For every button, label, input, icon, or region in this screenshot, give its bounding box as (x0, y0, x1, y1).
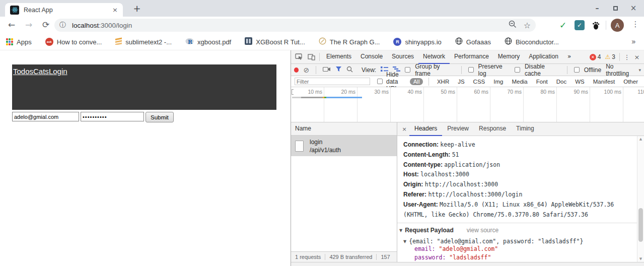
offline-checkbox[interactable] (574, 67, 580, 73)
bookmark-item[interactable]: Bioconductor... (505, 37, 559, 46)
site-info-icon[interactable]: ⓘ (59, 21, 66, 30)
error-count[interactable]: 4 (598, 53, 601, 60)
name-column-header[interactable]: Name (291, 122, 397, 136)
tab-headers[interactable]: Headers (409, 122, 442, 136)
page-content: TodosCatsLogin Submit (0, 50, 291, 266)
filter-pill-all[interactable]: All (410, 78, 423, 85)
inspect-element-icon[interactable] (293, 53, 305, 60)
horizontal-scrollbar-track[interactable] (291, 262, 644, 266)
browser-tab[interactable]: React App × (5, 3, 123, 17)
request-name: login (310, 138, 341, 146)
record-icon[interactable] (294, 68, 299, 73)
react-favicon-icon (10, 6, 19, 15)
bookmark-item[interactable]: The R Graph G... (319, 37, 380, 46)
scroll-down-icon[interactable]: ▼ (637, 257, 644, 261)
request-row-login[interactable]: login /api/v1/auth (291, 136, 397, 156)
extension-gnome-foot-icon[interactable] (590, 20, 601, 31)
nav-link-todos[interactable]: Todos (13, 67, 33, 76)
payload-section-title[interactable]: Request Payload (405, 227, 454, 234)
new-tab-button[interactable]: + (131, 3, 143, 15)
preserve-log-checkbox[interactable] (468, 67, 474, 73)
filter-pill-font[interactable]: Font (534, 78, 550, 85)
devtools-close-icon[interactable]: × (632, 53, 642, 61)
collapse-triangle-icon[interactable]: ▼ (403, 239, 406, 244)
bookmark-item[interactable]: Gofaaas (455, 37, 491, 46)
tab-memory[interactable]: Memory (493, 50, 524, 64)
bookmark-item[interactable]: sublimetext2 -... (115, 37, 172, 46)
password-field[interactable] (81, 112, 144, 121)
search-icon[interactable] (346, 66, 353, 74)
timeline-selection-handle[interactable] (292, 89, 294, 95)
tab-sources[interactable]: Sources (387, 50, 418, 64)
tab-close-icon[interactable]: × (112, 6, 118, 14)
filter-pill-other[interactable]: Other (621, 78, 640, 85)
bookmarks-overflow-icon[interactable]: » (631, 37, 636, 46)
tab-network[interactable]: Network (418, 50, 450, 64)
browser-menu-icon[interactable]: ⋮ (630, 20, 640, 29)
back-button[interactable]: ← (6, 20, 17, 30)
filter-funnel-icon[interactable] (335, 66, 342, 74)
url-path: :3000/login (99, 22, 132, 29)
more-tabs-icon[interactable]: » (563, 50, 576, 64)
zoom-out-icon[interactable] (509, 20, 517, 30)
warning-count[interactable]: 3 (612, 53, 615, 60)
bookmark-item[interactable]: R shinyapps.io (393, 38, 441, 46)
window-close-button[interactable]: × (628, 3, 639, 14)
device-toolbar-icon[interactable] (305, 53, 317, 60)
extension-green-check-icon[interactable]: ✓ (557, 20, 568, 31)
window-restore-button[interactable] (610, 3, 621, 14)
bookmark-apps[interactable]: Apps (6, 38, 32, 46)
submit-button[interactable]: Submit (146, 112, 174, 122)
filter-pill-js[interactable]: JS (455, 78, 467, 85)
bookmark-item[interactable]: R xgboost.pdf (185, 38, 231, 46)
filter-pill-manifest[interactable]: Manifest (591, 78, 617, 85)
filter-pill-doc[interactable]: Doc (554, 78, 569, 85)
email-field[interactable] (12, 112, 79, 121)
filter-pill-ws[interactable]: WS (573, 78, 587, 85)
filter-pill-media[interactable]: Media (509, 78, 530, 85)
tab-application[interactable]: Application (524, 50, 563, 64)
tab-title: React App (24, 7, 112, 14)
devtools-menu-icon[interactable]: ⋮ (622, 53, 632, 61)
window-minimize-button[interactable]: – (592, 3, 603, 14)
profile-avatar[interactable]: A (611, 19, 624, 32)
tab-elements[interactable]: Elements (322, 50, 356, 64)
forward-button[interactable]: → (23, 20, 34, 30)
detail-close-icon[interactable]: × (399, 126, 409, 132)
bookmark-item[interactable]: XGBoost R Tut... (245, 37, 305, 46)
header-row: Content-type: application/json (397, 160, 637, 170)
clear-icon[interactable]: ⊘ (303, 66, 309, 74)
nav-link-login[interactable]: Login (49, 67, 67, 76)
detail-scrollbar[interactable]: ▲ ▼ (637, 136, 644, 262)
payload-entry: email: "adelo@gmial.com" (397, 245, 637, 253)
tab-preview[interactable]: Preview (442, 122, 474, 136)
screenshot-camera-icon[interactable] (323, 66, 331, 74)
bookmark-item[interactable]: ask How to conve... (45, 38, 102, 46)
filter-pill-css[interactable]: CSS (471, 78, 488, 85)
tab-response[interactable]: Response (474, 122, 511, 136)
error-badge-icon[interactable]: ✕ (590, 54, 596, 60)
filter-pill-img[interactable]: Img (491, 78, 506, 85)
scroll-up-icon[interactable]: ▲ (637, 137, 644, 141)
tab-performance[interactable]: Performance (450, 50, 493, 64)
warning-badge-icon[interactable]: ⚠ (605, 53, 611, 60)
hide-data-urls-checkbox[interactable] (377, 79, 383, 84)
chevron-down-icon: ▾ (638, 68, 641, 73)
reload-button[interactable]: ⟳ (40, 20, 51, 30)
payload-summary[interactable]: {email: "adelo@gmial.com", password: "la… (409, 238, 583, 245)
nav-link-cats[interactable]: Cats (33, 67, 49, 76)
address-bar[interactable]: ⓘ localhost:3000/login ☆ (54, 19, 536, 32)
filter-pill-xhr[interactable]: XHR (435, 78, 452, 85)
tab-console[interactable]: Console (356, 50, 387, 64)
view-source-link[interactable]: view source (467, 227, 498, 234)
header-row: Host: localhost:3000 (397, 170, 637, 180)
filter-input[interactable] (295, 78, 370, 85)
bookmark-star-icon[interactable]: ☆ (524, 21, 531, 30)
throttling-dropdown[interactable]: No throttling ▾ (606, 63, 641, 77)
disable-cache-checkbox[interactable] (515, 67, 520, 73)
collapse-triangle-icon[interactable]: ▼ (399, 228, 402, 233)
network-overview-timeline[interactable]: 10 ms 20 ms 30 ms 40 ms 50 ms 60 ms 70 m… (291, 87, 644, 122)
tab-timing[interactable]: Timing (511, 122, 539, 136)
extension-teal-checkbox-icon[interactable]: ✓ (574, 20, 585, 31)
scrollbar-thumb[interactable] (638, 208, 643, 242)
